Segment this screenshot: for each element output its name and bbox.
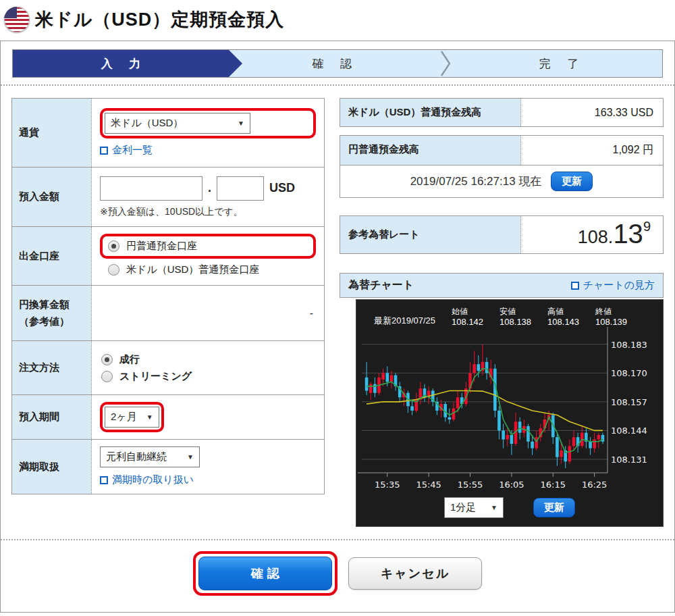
decimal-point: . bbox=[208, 181, 211, 195]
amount-note: ※預入金額は、10USD以上です。 bbox=[100, 206, 316, 218]
svg-text:15:45: 15:45 bbox=[416, 480, 441, 490]
svg-text:16:15: 16:15 bbox=[541, 480, 566, 490]
jpy-balance-box: 円普通預金残高 1,092 円 2019/07/25 16:27:13 現在 更… bbox=[340, 135, 664, 198]
order-option-streaming[interactable]: ストリーミング bbox=[100, 368, 316, 385]
radio-selected-icon[interactable] bbox=[108, 240, 119, 252]
open-window-icon bbox=[100, 147, 108, 155]
candlestick-chart: 108.183108.170108.157108.144108.13115:35… bbox=[356, 327, 663, 493]
term-highlight: 2ヶ月 bbox=[100, 402, 164, 432]
svg-text:108.170: 108.170 bbox=[611, 368, 647, 378]
step-confirm: 確 認 bbox=[229, 50, 435, 77]
reference-rate-box: 参考為替レート 108.139 bbox=[340, 215, 664, 254]
term-label: 預入期間 bbox=[12, 395, 92, 439]
reference-rate-label: 参考為替レート bbox=[340, 216, 521, 253]
main-container: 入 力 確 認 完 了 通貨 米ドル（USD） 金利一覧 bbox=[0, 41, 675, 613]
row-amount: 預入金額 . USD ※預入金額は、10USD以上です。 bbox=[12, 168, 324, 227]
svg-text:108.183: 108.183 bbox=[611, 340, 647, 350]
svg-text:15:35: 15:35 bbox=[375, 480, 400, 490]
chart-info-row: 最新2019/07/25 始値108.142 安値108.138 高値108.1… bbox=[356, 304, 663, 327]
term-select[interactable]: 2ヶ月 bbox=[105, 407, 159, 428]
currency-highlight: 米ドル（USD） bbox=[100, 108, 316, 138]
svg-text:15:55: 15:55 bbox=[458, 480, 483, 490]
jpy-balance-value: 1,092 円 bbox=[521, 136, 663, 165]
withdraw-highlight: 円普通預金口座 bbox=[100, 234, 316, 259]
confirm-highlight: 確認 bbox=[193, 551, 338, 596]
page-header: 米ドル（USD）定期預金預入 bbox=[0, 0, 675, 41]
reference-rate-value: 108.139 bbox=[521, 216, 663, 253]
chart-refresh-button[interactable]: 更新 bbox=[533, 498, 575, 517]
jpy-equiv-label-2: （参考値） bbox=[19, 315, 84, 328]
usa-flag-icon bbox=[4, 7, 30, 32]
step-done: 完 了 bbox=[456, 50, 662, 77]
chart-title: 為替チャート bbox=[348, 278, 414, 292]
amount-label: 預入金額 bbox=[12, 168, 92, 226]
currency-label: 通貨 bbox=[12, 99, 92, 167]
jpy-equiv-value: - bbox=[100, 307, 316, 319]
withdraw-label: 出金口座 bbox=[12, 227, 92, 285]
svg-text:16:25: 16:25 bbox=[582, 480, 607, 490]
radio-selected-icon[interactable] bbox=[101, 354, 113, 365]
balance-timestamp: 2019/07/25 16:27:13 現在 bbox=[410, 174, 542, 189]
radio-unselected-icon[interactable] bbox=[101, 371, 113, 382]
chart-help-link[interactable]: チャートの見方 bbox=[571, 279, 655, 292]
svg-text:16:05: 16:05 bbox=[499, 480, 524, 490]
chart-header: 為替チャート チャートの見方 bbox=[340, 273, 664, 298]
fx-chart-panel: 最新2019/07/25 始値108.142 安値108.138 高値108.1… bbox=[356, 299, 664, 527]
chart-interval-select[interactable]: 1分足 bbox=[444, 497, 504, 518]
amount-decimal-input[interactable] bbox=[217, 176, 264, 201]
row-term: 預入期間 2ヶ月 bbox=[12, 395, 324, 440]
row-maturity: 満期取扱 元利自動継続 満期時の取り扱い bbox=[12, 440, 324, 494]
jpy-balance-label: 円普通預金残高 bbox=[340, 136, 521, 165]
order-label: 注文方法 bbox=[12, 341, 92, 394]
radio-unselected-icon[interactable] bbox=[108, 264, 119, 276]
usd-balance-box: 米ドル（USD）普通預金残高 163.33 USD bbox=[340, 98, 664, 127]
page-title: 米ドル（USD）定期預金預入 bbox=[35, 7, 284, 32]
row-jpy-equivalent: 円換算金額 （参考値） - bbox=[12, 286, 324, 341]
progress-steps: 入 力 確 認 完 了 bbox=[12, 49, 663, 78]
currency-select[interactable]: 米ドル（USD） bbox=[105, 113, 250, 134]
usd-balance-label: 米ドル（USD）普通預金残高 bbox=[340, 99, 521, 126]
refresh-balance-button[interactable]: 更新 bbox=[551, 172, 593, 191]
step-input: 入 力 bbox=[13, 50, 229, 77]
maturity-help-link[interactable]: 満期時の取り扱い bbox=[100, 473, 194, 486]
maturity-select[interactable]: 元利自動継続 bbox=[100, 446, 200, 467]
open-window-icon bbox=[571, 282, 579, 290]
deposit-form: 通貨 米ドル（USD） 金利一覧 預入金額 bbox=[11, 98, 325, 494]
amount-unit: USD bbox=[269, 181, 295, 195]
order-option-market[interactable]: 成行 bbox=[100, 351, 316, 368]
usd-balance-value: 163.33 USD bbox=[521, 99, 663, 126]
cancel-button[interactable]: キャンセル bbox=[348, 557, 482, 590]
amount-integer-input[interactable] bbox=[100, 176, 202, 201]
svg-text:108.144: 108.144 bbox=[611, 426, 647, 436]
row-order-method: 注文方法 成行 ストリーミング bbox=[12, 341, 324, 395]
interest-rates-link[interactable]: 金利一覧 bbox=[100, 144, 153, 157]
withdraw-option-jpy[interactable]: 円普通預金口座 bbox=[107, 238, 306, 255]
chart-latest-date: 最新2019/07/25 bbox=[374, 307, 435, 327]
chevron-right-icon bbox=[435, 50, 456, 77]
confirm-button[interactable]: 確認 bbox=[198, 557, 332, 590]
row-currency: 通貨 米ドル（USD） 金利一覧 bbox=[12, 99, 324, 168]
jpy-equiv-label-1: 円換算金額 bbox=[19, 299, 84, 311]
maturity-label: 満期取扱 bbox=[12, 440, 92, 494]
row-withdraw-account: 出金口座 円普通預金口座 米ドル（USD）普通預金口座 bbox=[12, 227, 324, 286]
svg-text:108.157: 108.157 bbox=[611, 397, 647, 407]
svg-text:108.131: 108.131 bbox=[611, 455, 647, 465]
open-window-icon bbox=[100, 476, 108, 484]
withdraw-option-usd[interactable]: 米ドル（USD）普通預金口座 bbox=[107, 261, 316, 278]
